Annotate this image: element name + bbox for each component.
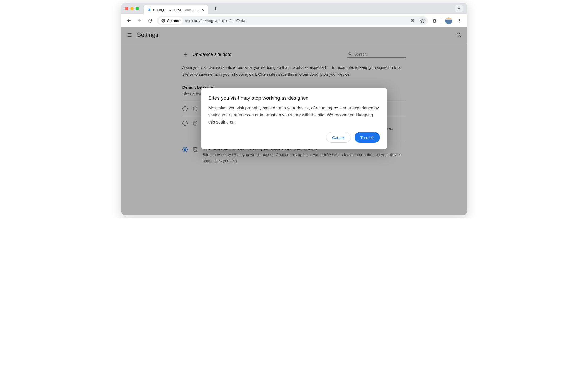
tab-search-button[interactable] [455,5,463,12]
dialog-title: Sites you visit may stop working as desi… [208,95,380,101]
tab-close-button[interactable] [201,7,205,12]
extensions-icon[interactable] [431,17,439,25]
browser-toolbar: Chrome chrome://settings/content/siteDat… [121,14,467,27]
address-bar[interactable]: Chrome chrome://settings/content/siteDat… [157,16,428,25]
back-button[interactable] [125,17,133,25]
site-chip[interactable]: Chrome [159,17,183,24]
confirm-dialog: Sites you visit may stop working as desi… [201,88,387,149]
window-close-button[interactable] [125,7,128,10]
kebab-menu-icon[interactable] [455,17,463,25]
svg-point-5 [459,20,460,21]
window-zoom-button[interactable] [136,7,139,10]
browser-window: Settings - On-device site data [121,3,467,215]
site-chip-label: Chrome [167,19,180,23]
tab-strip: Settings - On-device site data [121,3,467,14]
turn-off-button[interactable]: Turn off [355,132,380,143]
forward-button[interactable] [136,17,144,25]
toolbar-divider [442,18,442,24]
profile-avatar[interactable] [445,17,452,24]
new-tab-button[interactable] [212,5,219,12]
gear-icon [147,7,151,12]
chrome-logo-icon [161,19,165,23]
svg-point-6 [459,22,460,22]
page-content: Settings On-device site data A site yo [121,27,467,215]
svg-point-4 [459,19,460,20]
window-minimize-button[interactable] [130,7,134,10]
browser-tab[interactable]: Settings - On-device site data [144,5,208,14]
tab-title: Settings - On-device site data [153,8,199,12]
zoom-icon[interactable] [409,17,417,25]
reload-button[interactable] [146,17,154,25]
bookmark-icon[interactable] [418,17,426,25]
cancel-button[interactable]: Cancel [326,132,351,143]
dialog-body: Most sites you visit probably save data … [208,105,380,126]
window-controls [125,7,139,10]
dialog-actions: Cancel Turn off [208,132,380,143]
svg-point-2 [163,20,164,21]
url-text: chrome://settings/content/siteData [185,18,406,23]
